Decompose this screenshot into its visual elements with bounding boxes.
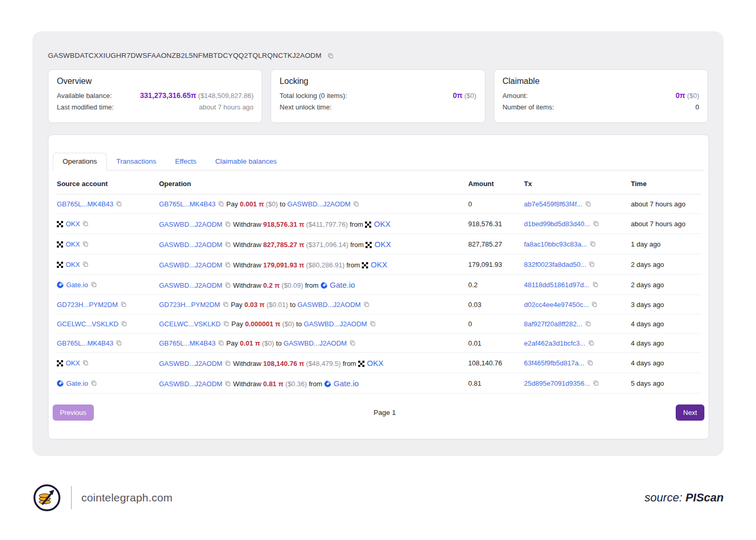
copy-icon[interactable]: [593, 380, 599, 386]
copy-icon[interactable]: [225, 221, 231, 227]
table-row: GCELWC...VSKLKDGCELWC...VSKLKD Pay 0.000…: [57, 314, 701, 334]
copy-icon[interactable]: [353, 201, 359, 207]
operation-account-link[interactable]: GASWBD...J2AODM: [159, 380, 222, 388]
operation-account-link[interactable]: GCELWC...VSKLKD: [159, 320, 221, 328]
source-account-cell: GCELWC...VSKLKD: [57, 314, 155, 334]
copy-icon[interactable]: [363, 301, 370, 308]
tx-link[interactable]: d1bed99bd5d83d40...: [524, 220, 590, 228]
operation-target-exchange-link[interactable]: OKX: [367, 359, 384, 367]
copy-icon[interactable]: [82, 220, 89, 227]
operation-account-link[interactable]: GASWBD...J2AODM: [159, 281, 222, 289]
operation-account-link[interactable]: GASWBD...J2AODM: [159, 241, 222, 249]
claimable-amount-label: Amount:: [503, 92, 528, 100]
operation-action: Pay: [226, 200, 238, 208]
operation-account-link[interactable]: GASWBD...J2AODM: [159, 261, 222, 269]
tx-link[interactable]: 63f465f9fb5d817a...: [524, 359, 584, 367]
operation-target-exchange-link[interactable]: Gate.io: [334, 379, 359, 388]
copy-icon[interactable]: [585, 201, 591, 207]
copy-icon[interactable]: [593, 220, 599, 227]
operation-account-link[interactable]: GASWBD...J2AODM: [159, 360, 222, 367]
copy-icon[interactable]: [225, 262, 231, 268]
tx-link[interactable]: 48118dd51861d97d...: [524, 281, 590, 289]
copy-icon[interactable]: [82, 261, 89, 267]
copy-icon[interactable]: [91, 281, 97, 288]
tx-link[interactable]: ab7e5459f8f63f4f...: [524, 200, 582, 208]
copy-icon[interactable]: [225, 381, 231, 387]
tx-link[interactable]: 832f0023fa8dad50...: [524, 261, 586, 268]
copy-icon[interactable]: [121, 321, 127, 327]
tx-link[interactable]: d02cc4ee4e97450c...: [524, 301, 589, 309]
amount-value: 179,091.93: [468, 261, 502, 268]
tx-link[interactable]: 8af927f20a8ff282...: [524, 320, 582, 328]
copy-icon[interactable]: [589, 261, 595, 267]
operation-cell: GASWBD...J2AODM Withdraw 0.81 π ($0.36) …: [155, 373, 464, 394]
source-account-link[interactable]: Gate.io: [66, 281, 88, 289]
copy-icon[interactable]: [590, 241, 596, 247]
copy-icon[interactable]: [587, 360, 593, 366]
operation-account-link[interactable]: GB765L...MK4B43: [159, 200, 215, 208]
source-account-link[interactable]: OKX: [66, 240, 80, 248]
source-account-link[interactable]: GD723H...PYM2DM: [57, 301, 118, 309]
tab-effects[interactable]: Effects: [166, 153, 206, 170]
operation-account-link[interactable]: GD723H...PYM2DM: [159, 301, 220, 309]
copy-icon[interactable]: [218, 201, 224, 207]
operation-target-exchange-link[interactable]: Gate.io: [330, 280, 355, 289]
copy-icon[interactable]: [349, 340, 356, 346]
amount-value: 0: [468, 320, 472, 328]
operation-target-link[interactable]: GASWBD...J2AODM: [304, 320, 367, 328]
copy-icon[interactable]: [225, 282, 231, 288]
amount-value: 0: [468, 200, 472, 208]
operation-account-link[interactable]: GASWBD...J2AODM: [159, 220, 222, 228]
source-account-link[interactable]: GB765L...MK4B43: [57, 200, 113, 208]
overview-card: Overview Available balance: 331,273,316.…: [48, 69, 262, 123]
tab-claimable-balances[interactable]: Claimable balances: [206, 153, 286, 170]
copy-icon[interactable]: [82, 241, 89, 247]
copy-icon[interactable]: [223, 301, 229, 308]
copy-icon[interactable]: [225, 241, 231, 248]
operation-usd: ($0.09): [282, 281, 303, 289]
source-account-link[interactable]: OKX: [66, 220, 80, 228]
tx-link[interactable]: 25d895e7091d9356...: [524, 379, 590, 387]
tx-link[interactable]: fa8ac10bbc93c83a...: [524, 240, 587, 248]
copy-icon[interactable]: [218, 340, 224, 346]
source-account-link[interactable]: GB765L...MK4B43: [57, 339, 113, 347]
copy-icon[interactable]: [585, 321, 591, 327]
operation-target-exchange-link[interactable]: OKX: [374, 240, 391, 249]
tab-transactions[interactable]: Transactions: [107, 153, 166, 170]
operation-target-link[interactable]: GASWBD...J2AODM: [287, 200, 350, 208]
copy-icon[interactable]: [223, 321, 229, 327]
copy-icon[interactable]: [592, 281, 599, 288]
copy-icon[interactable]: [327, 53, 334, 59]
previous-button[interactable]: Previous: [53, 404, 94, 421]
overview-title: Overview: [57, 77, 253, 86]
copy-icon[interactable]: [588, 340, 594, 346]
operation-usd: ($80,286.91): [306, 261, 345, 269]
operation-target-exchange-link[interactable]: OKX: [371, 260, 387, 269]
source-account-link[interactable]: OKX: [66, 359, 80, 367]
copy-icon[interactable]: [591, 301, 598, 308]
operation-target-exchange-link[interactable]: OKX: [374, 219, 391, 228]
copy-icon[interactable]: [370, 321, 376, 327]
operation-cell: GASWBD...J2AODM Withdraw 827,785.27 π ($…: [155, 234, 464, 254]
amount-value: 918,576.31: [468, 220, 502, 228]
tx-link[interactable]: e2af462a3d1bcfc3...: [524, 339, 586, 347]
tab-operations[interactable]: Operations: [53, 153, 107, 170]
amount-cell: 827,785.27: [464, 234, 520, 254]
operation-target-link[interactable]: GASWBD...J2AODM: [298, 301, 361, 309]
source-account-link[interactable]: Gate.io: [66, 379, 88, 387]
okx-logo-icon: [362, 262, 368, 268]
copy-icon[interactable]: [225, 360, 231, 366]
amount-cell: 0: [464, 314, 520, 334]
next-button[interactable]: Next: [676, 404, 704, 421]
operation-target-link[interactable]: GASWBD...J2AODM: [284, 339, 347, 347]
footer-site-text: cointelegraph.com: [81, 492, 173, 504]
source-account-link[interactable]: OKX: [66, 261, 80, 268]
copy-icon[interactable]: [116, 201, 122, 207]
source-account-link[interactable]: GCELWC...VSKLKD: [57, 320, 118, 328]
operation-account-link[interactable]: GB765L...MK4B43: [159, 339, 215, 347]
table-row: GB765L...MK4B43GB765L...MK4B43 Pay 0.01 …: [57, 334, 701, 353]
copy-icon[interactable]: [120, 301, 127, 308]
copy-icon[interactable]: [91, 380, 97, 386]
copy-icon[interactable]: [116, 340, 122, 346]
copy-icon[interactable]: [82, 360, 89, 366]
